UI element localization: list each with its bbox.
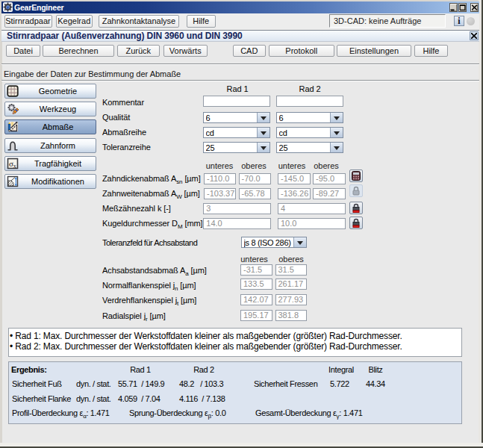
svg-text:x: x [13,163,16,169]
